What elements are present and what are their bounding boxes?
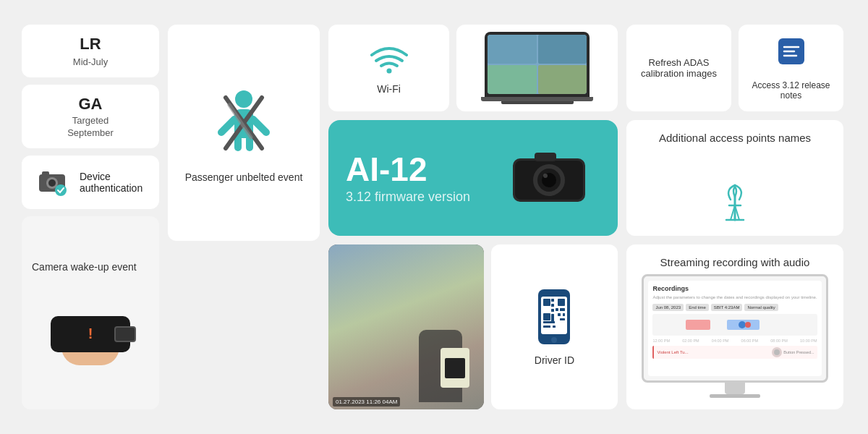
svg-point-3 — [48, 179, 56, 187]
release-notes-label[interactable]: Access 3.12 release notes — [749, 80, 833, 101]
driver-id-card: Driver ID — [491, 244, 618, 409]
driver-id-icon — [532, 288, 576, 349]
release-notes-card[interactable]: Access 3.12 release notes — [739, 25, 843, 111]
device-auth-card: Device authentication — [22, 156, 159, 209]
refresh-adas-label: Refresh ADAS calibration images — [637, 57, 721, 79]
monitor-mockup: Recordings Adjust the parameters to chan… — [642, 274, 827, 398]
streaming-label: Streaming recording with audio — [660, 256, 810, 268]
device-auth-label: Device authentication — [80, 171, 148, 194]
svg-rect-35 — [558, 299, 565, 306]
svg-rect-43 — [563, 313, 565, 316]
ga-card: GA Targeted September — [22, 85, 159, 148]
svg-rect-45 — [551, 314, 554, 321]
refresh-adas-card: Refresh ADAS calibration images — [626, 25, 731, 111]
svg-rect-26 — [535, 153, 556, 161]
svg-rect-40 — [556, 308, 558, 311]
wifi-card: Wi-Fi — [328, 25, 449, 111]
svg-rect-47 — [543, 326, 550, 328]
passenger-card: Passenger unbelted event — [168, 25, 320, 241]
svg-rect-1 — [42, 171, 49, 176]
ga-subtitle1: Targeted — [72, 115, 109, 126]
lr-subtitle: Mid-July — [73, 56, 108, 67]
streaming-card: Streaming recording with audio Recording… — [626, 244, 843, 409]
ai12-text: AI-12 3.12 firmware version — [346, 150, 470, 205]
svg-point-25 — [543, 174, 548, 178]
laptop-card — [456, 25, 618, 111]
svg-line-9 — [221, 119, 234, 132]
svg-point-49 — [551, 337, 557, 343]
svg-rect-44 — [560, 318, 565, 320]
svg-point-4 — [55, 184, 67, 196]
ga-title: GA — [79, 95, 103, 114]
svg-rect-36 — [543, 313, 550, 320]
driver-id-label: Driver ID — [535, 354, 574, 366]
svg-rect-39 — [551, 309, 554, 312]
camera-wakeup-label: Camera wake-up event — [32, 261, 137, 273]
release-notes-icon — [775, 35, 807, 70]
lr-card: LR Mid-July — [22, 25, 159, 77]
wifi-icon — [369, 42, 409, 77]
wifi-label: Wi-Fi — [377, 83, 401, 95]
svg-rect-38 — [551, 304, 554, 307]
interior-cam-card: 01.27.2023 11:26 04AM — [328, 244, 484, 409]
ai12-subtitle: 3.12 firmware version — [346, 189, 470, 205]
laptop-mockup — [481, 32, 593, 104]
svg-rect-34 — [543, 299, 550, 306]
svg-point-14 — [386, 68, 391, 73]
recording-ui-title: Recordings — [652, 285, 817, 292]
device-auth-icon — [33, 166, 71, 199]
ai12-camera-icon — [502, 144, 596, 212]
access-points-card: Additional access points names — [626, 120, 843, 236]
svg-rect-42 — [558, 313, 561, 316]
svg-line-10 — [253, 119, 266, 132]
svg-rect-48 — [553, 326, 556, 328]
camera-wakeup-card: Camera wake-up event ! — [22, 216, 159, 409]
ga-subtitle2: September — [67, 127, 114, 138]
access-points-label: Additional access points names — [659, 132, 811, 184]
lr-title: LR — [80, 35, 101, 54]
ai12-card: AI-12 3.12 firmware version — [328, 120, 618, 236]
passenger-label: Passenger unbelted event — [185, 171, 303, 183]
svg-point-5 — [235, 90, 252, 108]
svg-rect-46 — [543, 321, 555, 323]
svg-rect-41 — [560, 308, 565, 311]
passenger-icon — [211, 83, 276, 166]
tower-icon — [718, 184, 752, 224]
svg-rect-37 — [551, 299, 554, 302]
ai12-title: AI-12 — [346, 150, 470, 189]
